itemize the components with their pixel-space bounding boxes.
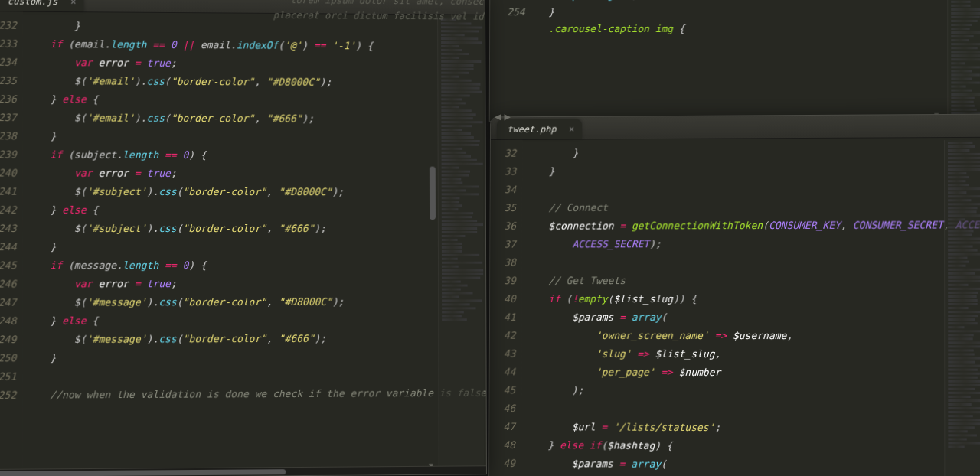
code-line[interactable] (525, 179, 980, 199)
line-number: 35 (493, 199, 516, 217)
code-line[interactable]: $('#subject').css("border-color", "#D800… (26, 183, 487, 202)
tab-label: tweet.php (508, 124, 557, 135)
line-number: 236 (0, 90, 17, 109)
prev-pane-icon[interactable]: ◀ (495, 110, 501, 122)
code-line[interactable]: $('#message').css("border-color", "#666"… (26, 329, 487, 349)
line-number: 38 (493, 253, 516, 272)
line-gutter: 2322332342352362372382392402412422432442… (0, 11, 23, 476)
code-line[interactable] (26, 366, 487, 386)
code-line[interactable]: // Get Tweets (524, 272, 980, 290)
line-number: 239 (0, 145, 17, 164)
line-number: 248 (0, 312, 16, 331)
line-number: 237 (0, 109, 17, 127)
code-line[interactable]: } (525, 142, 980, 163)
code-line[interactable]: } (26, 127, 487, 147)
editor-pane-top: 250 .navbar-inverse .navbar-nav>li { #ff… (489, 0, 980, 123)
line-number: 238 (0, 127, 17, 145)
code-lines[interactable]: } if (email.length == 0 || email.indexOf… (22, 12, 487, 476)
code-line[interactable]: } (26, 347, 487, 367)
code-line[interactable]: } (26, 238, 487, 256)
code-line[interactable]: ); (524, 381, 980, 401)
minimap[interactable] (947, 0, 980, 117)
line-number: 33 (494, 163, 517, 181)
code-line[interactable]: $('#email').css("border-color", "#D8000C… (26, 72, 487, 93)
line-number: 246 (0, 275, 17, 293)
line-number: 39 (493, 272, 516, 290)
editor-pane-bottom: tweet.php × 3233343536373839404142434445… (488, 114, 980, 476)
code-line[interactable]: $('#email').css("border-color", "#666"); (26, 109, 487, 129)
code-lines[interactable]: 250 .navbar-inverse .navbar-nav>li { #ff… (490, 0, 980, 122)
code-line[interactable]: $params = array( (524, 455, 980, 475)
code-line[interactable]: $url = '/lists/statuses'; (524, 418, 980, 439)
code-line[interactable]: if (!empty($list_slug)) { (524, 290, 980, 308)
line-number: 252 (0, 386, 16, 405)
tab-bar: tweet.php × (491, 115, 980, 140)
close-icon[interactable]: × (569, 119, 574, 139)
line-number: 32 (494, 145, 517, 163)
line-number: 247 (0, 294, 16, 312)
line-number: 43 (493, 345, 516, 364)
line-number: 250 (0, 349, 16, 367)
line-number: 232 (0, 16, 17, 34)
editor-pane-left: custom.js × 2322332342352362372382392402… (0, 0, 487, 476)
code-area[interactable]: 250 .navbar-inverse .navbar-nav>li { #ff… (490, 0, 980, 122)
tab-customjs[interactable]: custom.js × (0, 0, 84, 11)
code-line[interactable]: if (message.length == 0) { (26, 256, 487, 275)
code-line[interactable]: } else if($hashtag) { (524, 436, 980, 457)
code-lines[interactable]: } } // Connect $connection = getConnecti… (521, 137, 980, 476)
next-pane-icon[interactable]: ▶ (504, 110, 510, 122)
line-number: 44 (493, 363, 516, 381)
line-number: 45 (493, 381, 516, 399)
line-number: 244 (0, 238, 17, 256)
line-number: 233 (0, 35, 17, 54)
code-line[interactable]: $connection = getConnectionWithToken(CON… (525, 216, 980, 236)
code-line[interactable]: .carousel-caption img { (499, 21, 980, 37)
code-area[interactable]: 3233343536373839404142434445464748495051… (489, 138, 980, 476)
line-number: 235 (0, 72, 17, 90)
code-line[interactable]: } else { (26, 90, 487, 110)
line-number: 42 (493, 327, 516, 345)
line-number: 41 (493, 308, 516, 327)
code-line[interactable]: 'slug' => $list_slug, (524, 345, 980, 364)
pane-switch-arrows: ◀ ▶ (495, 110, 511, 122)
code-line[interactable]: var error = true; (26, 275, 487, 294)
code-line[interactable]: } else { (26, 311, 487, 331)
minimap[interactable] (437, 17, 484, 468)
code-line[interactable] (525, 253, 980, 272)
line-number: 34 (494, 181, 517, 199)
code-line[interactable]: } else { (26, 201, 487, 220)
line-number: 241 (0, 183, 17, 201)
line-number: 243 (0, 220, 17, 238)
line-number: 240 (0, 164, 17, 182)
line-number: 47 (492, 418, 515, 436)
code-line[interactable]: } (525, 161, 980, 181)
code-line[interactable]: $params = array( (524, 308, 980, 327)
line-number: 234 (0, 54, 17, 72)
code-line[interactable]: $('#subject').css("border-color", "#666"… (26, 220, 487, 238)
close-icon[interactable]: × (70, 0, 76, 11)
code-line[interactable]: if (email.length == 0 || email.indexOf('… (26, 35, 487, 57)
code-line[interactable]: 254 } (499, 4, 980, 21)
vertical-scrollbar-thumb[interactable] (430, 167, 436, 220)
minimap[interactable] (944, 140, 980, 476)
line-number: 48 (492, 436, 515, 455)
line-gutter: 3233343536373839404142434445464748495051… (489, 140, 522, 476)
line-number: 249 (0, 331, 16, 349)
code-line[interactable]: $('#message').css("border-color", "#D800… (26, 292, 487, 311)
code-area[interactable]: 2322332342352362372382392402412422432442… (0, 11, 486, 476)
code-line[interactable]: //now when the validation is done we che… (26, 384, 487, 405)
code-line[interactable]: var error = true; (26, 164, 487, 183)
code-line[interactable]: // Connect (525, 197, 980, 217)
line-number: 36 (493, 217, 516, 236)
code-line[interactable]: 'per_page' => $number (524, 364, 980, 383)
code-line[interactable]: var error = true; (26, 54, 487, 74)
line-number: 46 (492, 399, 515, 418)
code-line[interactable]: ACCESS_SECRET); (525, 234, 980, 253)
line-number: 40 (493, 290, 516, 308)
tab-label: custom.js (8, 0, 58, 7)
line-number: 251 (0, 367, 16, 386)
horizontal-scrollbar-thumb[interactable] (0, 469, 286, 476)
code-line[interactable] (524, 399, 980, 419)
code-line[interactable]: if (subject.length == 0) { (26, 145, 487, 165)
code-line[interactable]: 'owner_screen_name' => $username, (524, 327, 980, 346)
